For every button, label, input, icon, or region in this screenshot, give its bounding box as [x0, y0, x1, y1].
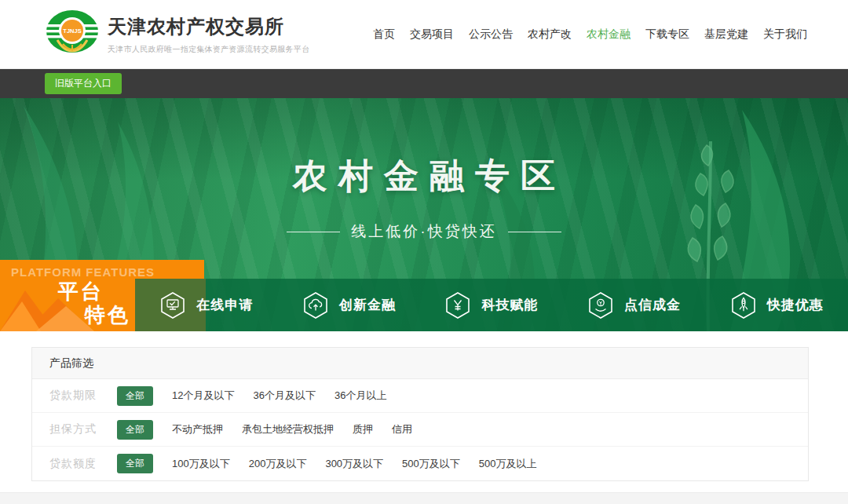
filter-option[interactable]: 36个月及以下: [253, 389, 315, 403]
menu-item-label: 在线申请: [196, 296, 253, 314]
menu-item-label: 点信成金: [624, 296, 681, 314]
filter-option[interactable]: 500万及以上: [479, 457, 537, 471]
menu-item-credit-to-gold[interactable]: 点信成金: [563, 279, 706, 331]
hero-banner: 农村金融专区 线上低价·快贷快还 PLATFORM FEATURES 平台 特色…: [0, 98, 848, 331]
filter-row-label: 担保方式: [49, 422, 104, 436]
nav-item[interactable]: 关于我们: [763, 27, 807, 42]
filter-option[interactable]: 200万及以下: [249, 457, 307, 471]
menu-item-fast-discount[interactable]: 快捷优惠: [705, 279, 848, 331]
filter-row: 贷款期限 全部 12个月及以下36个月及以下36个月以上: [32, 379, 808, 413]
subtitle-right-line: [508, 232, 561, 232]
site-subtitle: 天津市人民政府唯一指定集体资产资源流转交易服务平台: [108, 44, 310, 55]
main-nav: 首页交易项目公示公告农村产改农村金融下载专区基层党建关于我们: [373, 27, 807, 42]
site-header: TJNJS 天津农村产权交易所 天津市人民政府唯一指定集体资产资源流转交易服务平…: [0, 0, 848, 69]
filter-option[interactable]: 质押: [353, 422, 373, 436]
yuan-currency-icon: [444, 291, 471, 320]
nav-item[interactable]: 首页: [373, 27, 395, 42]
filter-panel-title: 产品筛选: [32, 348, 808, 379]
platform-features-en-text: PLATFORM FEATURES: [11, 265, 155, 279]
banner-title: 农村金融专区: [0, 153, 848, 199]
banner-subtitle: 线上低价·快贷快还: [351, 221, 496, 242]
logo-badge-text: TJNJS: [63, 27, 81, 35]
feature-menu-bar: 在线申请 创新金融 科技赋能 点信成金: [135, 279, 848, 331]
filter-option[interactable]: 36个月以上: [334, 389, 386, 403]
filter-all-button[interactable]: 全部: [117, 454, 153, 473]
menu-item-online-apply[interactable]: 在线申请: [135, 279, 278, 331]
filter-all-button[interactable]: 全部: [117, 420, 153, 440]
filter-row: 贷款额度 全部 100万及以下200万及以下300万及以下500万及以下500万…: [32, 447, 808, 480]
brand[interactable]: TJNJS 天津农村产权交易所 天津市人民政府唯一指定集体资产资源流转交易服务平…: [45, 9, 310, 60]
nav-item[interactable]: 农村金融: [587, 27, 631, 42]
rocket-icon: [730, 291, 757, 320]
nav-item[interactable]: 交易项目: [410, 27, 454, 42]
monitor-check-icon: [159, 291, 186, 320]
filter-options: 12个月及以下36个月及以下36个月以上: [172, 389, 386, 403]
filter-option[interactable]: 300万及以下: [325, 457, 383, 471]
filter-option[interactable]: 12个月及以下: [172, 389, 234, 403]
cloud-upload-icon: [302, 291, 329, 320]
platform-features-cn-line2: 特色: [85, 301, 130, 329]
old-platform-entry-button[interactable]: 旧版平台入口: [45, 73, 122, 94]
filter-option[interactable]: 不动产抵押: [172, 422, 223, 436]
menu-item-tech-empowerment[interactable]: 科技赋能: [420, 279, 563, 331]
menu-item-label: 科技赋能: [481, 296, 538, 314]
nav-item[interactable]: 农村产改: [528, 27, 572, 42]
site-title: 天津农村产权交易所: [108, 14, 310, 39]
subtitle-left-line: [287, 232, 340, 232]
filter-option[interactable]: 100万及以下: [172, 457, 230, 471]
filter-option[interactable]: 承包土地经营权抵押: [242, 422, 334, 436]
menu-item-label: 创新金融: [339, 296, 396, 314]
filter-options: 100万及以下200万及以下300万及以下500万及以下500万及以上: [172, 457, 537, 471]
footer-strip: [0, 492, 848, 504]
filter-rows: 贷款期限 全部 12个月及以下36个月及以下36个月以上 担保方式 全部 不动产…: [32, 379, 808, 480]
filter-row-label: 贷款额度: [49, 457, 104, 471]
filter-option[interactable]: 信用: [392, 422, 412, 436]
hand-coin-icon: [587, 291, 614, 320]
filter-option[interactable]: 500万及以下: [402, 457, 460, 471]
filter-all-button[interactable]: 全部: [117, 386, 153, 406]
nav-item[interactable]: 公示公告: [469, 27, 513, 42]
nav-item[interactable]: 基层党建: [704, 27, 748, 42]
product-filter-panel: 产品筛选 贷款期限 全部 12个月及以下36个月及以下36个月以上 担保方式 全…: [31, 347, 809, 481]
nav-item[interactable]: 下载专区: [645, 27, 689, 42]
menu-item-label: 快捷优惠: [767, 296, 824, 314]
banner-text-block: 农村金融专区 线上低价·快贷快还: [0, 153, 848, 242]
secondary-bar: 旧版平台入口: [0, 69, 848, 98]
filter-row-label: 贷款期限: [49, 389, 104, 403]
filter-row: 担保方式 全部 不动产抵押承包土地经营权抵押质押信用: [32, 413, 808, 447]
filter-options: 不动产抵押承包土地经营权抵押质押信用: [172, 422, 412, 436]
menu-item-innovative-finance[interactable]: 创新金融: [278, 279, 421, 331]
tjnjs-wheat-emblem-logo: TJNJS: [45, 9, 100, 60]
